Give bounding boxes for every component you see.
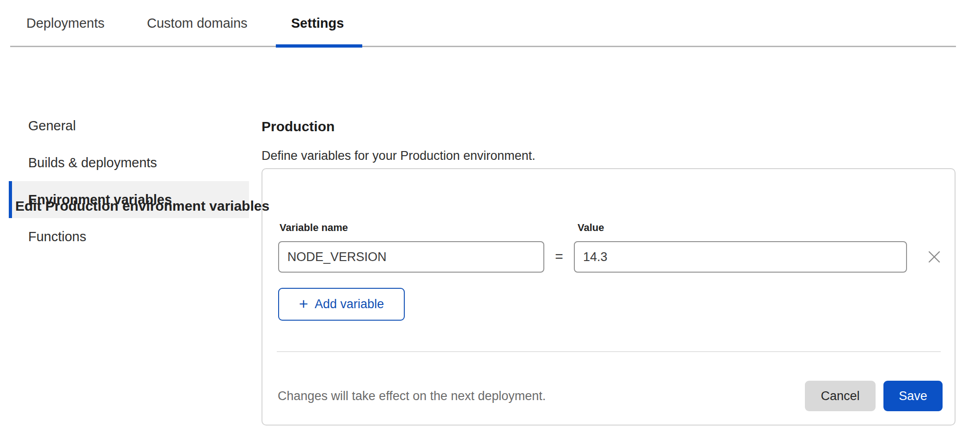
tab-settings[interactable]: Settings (291, 15, 344, 31)
sidebar-item-functions[interactable]: Functions (9, 218, 249, 255)
sidebar-item-label: Functions (28, 229, 86, 244)
plus-icon: + (299, 296, 308, 311)
tab-custom-domains[interactable]: Custom domains (147, 15, 248, 31)
remove-variable-button[interactable] (924, 247, 944, 267)
close-icon (928, 250, 941, 263)
sidebar-item-general[interactable]: General (9, 107, 249, 144)
active-item-indicator (9, 181, 12, 218)
tab-bar-divider (10, 46, 956, 47)
tab-bar: Deployments Custom domains Settings (0, 0, 980, 48)
sidebar-item-builds-deployments[interactable]: Builds & deployments (9, 144, 249, 181)
add-variable-button[interactable]: + Add variable (278, 288, 405, 321)
page-title: Production (262, 119, 335, 134)
equals-sign: = (548, 241, 570, 273)
sidebar-item-label: General (28, 118, 76, 134)
footer-note: Changes will take effect on the next dep… (278, 389, 546, 403)
variable-name-input[interactable] (278, 241, 544, 273)
cancel-button[interactable]: Cancel (805, 381, 876, 411)
sidebar-item-label: Builds & deployments (28, 155, 157, 170)
value-label: Value (578, 222, 604, 234)
value-input[interactable] (574, 241, 907, 273)
card-title: Edit Production environment variables (15, 198, 269, 214)
save-button[interactable]: Save (883, 381, 943, 411)
tab-deployments[interactable]: Deployments (26, 15, 104, 31)
active-tab-underline (276, 44, 362, 48)
page-description: Define variables for your Production env… (262, 149, 536, 163)
variable-name-label: Variable name (280, 222, 348, 234)
settings-sidebar: General Builds & deployments Environment… (9, 107, 249, 255)
card-footer-divider (277, 351, 941, 352)
add-variable-label: Add variable (315, 297, 384, 311)
